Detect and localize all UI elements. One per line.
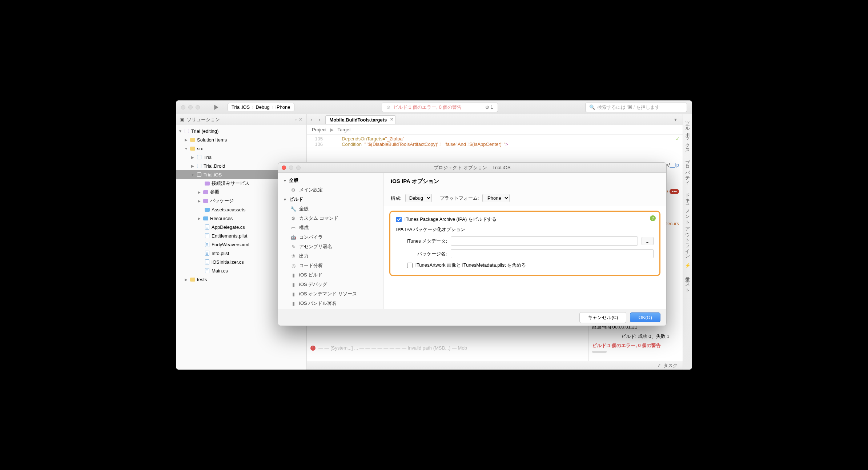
dialog-nav[interactable]: ▼全般 ⚙メイン設定 ▼ビルド 🔧全般 ⚙カスタム コマンド ▭構成 🤖コンパイ… [278, 173, 383, 309]
config-select[interactable]: Debug [405, 194, 432, 202]
browse-button[interactable]: ... [642, 237, 654, 245]
nav-output[interactable]: ⚗出力 [280, 251, 381, 261]
tab-label: Mobile.BuildTools.targets [329, 117, 387, 123]
tree-root[interactable]: ▼Trial (editing) [176, 127, 306, 135]
close-dot[interactable] [181, 105, 185, 109]
config-project: Trial.iOS [232, 104, 250, 110]
package-name-input[interactable] [451, 249, 654, 258]
rside-outline[interactable]: ドキュメント アウトライン [684, 190, 691, 256]
build-status-text: ビルド:1 個のエラー, 0 個の警告 [393, 104, 462, 111]
nav-cat-general[interactable]: ▼全般 [280, 176, 381, 185]
help-icon[interactable]: ? [650, 215, 656, 221]
tab-overflow-icon[interactable]: ▼ [671, 118, 680, 122]
build-output[interactable]: 経過時間 00:00:01.21 ========== ビルド: 成功 0、失敗… [588, 321, 683, 361]
itunes-metadata-label: iTunes メタデータ: [396, 238, 447, 244]
dialog-close-dot[interactable] [282, 166, 286, 170]
output-summary: ========== ビルド: 成功 0、失敗 1 [592, 333, 679, 340]
nav-ios-build[interactable]: ▮iOS ビルド [280, 270, 381, 280]
minimize-dot[interactable] [188, 105, 193, 109]
itunes-metadata-input[interactable] [451, 236, 638, 246]
dialog-heading: iOS IPA オプション [383, 173, 666, 190]
tab-bar: ‹ › Mobile.BuildTools.targets ✕ ▼ [307, 114, 683, 125]
nav-ios-bundle-signing[interactable]: ▮iOS バンドル署名 [280, 299, 381, 308]
sidebar-header: ▣ ソリューション ▫✕ [176, 114, 306, 125]
status-bar: ✓ タスク [307, 361, 683, 370]
ide-window: Trial.iOS › Debug › iPhone ⊘ ビルド:1 個のエラー… [176, 100, 692, 370]
nav-custom-commands[interactable]: ⚙カスタム コマンド [280, 214, 381, 223]
cancel-button[interactable]: キャンセル(C) [579, 312, 626, 323]
window-traffic-lights[interactable] [181, 105, 200, 109]
package-name-label: パッケージ名: [396, 251, 447, 257]
dialog-subheader: 構成: Debug プラットフォーム: iPhone [383, 190, 666, 206]
global-search[interactable]: 🔍 検索するには '⌘.' を押します [585, 103, 687, 112]
build-ipa-checkbox[interactable] [396, 217, 402, 222]
dialog-zoom-dot [296, 166, 301, 170]
project-options-dialog: プロジェクト オプション – Trial.iOS ▼全般 ⚙メイン設定 ▼ビルド… [278, 162, 667, 326]
config-device: iPhone [276, 104, 290, 110]
rside-unittest[interactable]: 単体テスト [684, 274, 691, 290]
breadcrumb-target: Target [337, 127, 350, 132]
nav-compiler[interactable]: 🤖コンパイラ [280, 232, 381, 242]
dialog-title: プロジェクト オプション – Trial.iOS [278, 164, 666, 171]
dialog-min-dot [289, 166, 293, 170]
build-ipa-label: iTunes Package Archive (IPA) をビルドする [405, 216, 497, 223]
svg-marker-0 [214, 105, 218, 110]
status-tasks[interactable]: タスク [663, 362, 678, 369]
sidebar-title: ソリューション [187, 116, 220, 123]
config-mode: Debug [256, 104, 269, 110]
breadcrumb[interactable]: Project ▶ Target [307, 125, 683, 135]
error-count: ⊘ 1 [485, 104, 493, 110]
dialog-footer: キャンセル(C) OK(O) [278, 309, 666, 326]
tree-src[interactable]: ▼src [176, 144, 306, 153]
error-list[interactable]: ! — — [System...] ... — — — — — — — — In… [307, 321, 588, 361]
main-toolbar: Trial.iOS › Debug › iPhone ⊘ ビルド:1 個のエラー… [176, 100, 692, 114]
sidebar-popout-icon[interactable]: ▫ [295, 117, 297, 122]
dialog-titlebar[interactable]: プロジェクト オプション – Trial.iOS [278, 163, 666, 173]
check-icon: ✓ [676, 136, 680, 142]
rside-toolbox[interactable]: ツールボックス [684, 118, 691, 151]
rside-properties[interactable]: プロパティ [684, 156, 691, 184]
nav-configurations[interactable]: ▭構成 [280, 223, 381, 232]
run-config-selector[interactable]: Trial.iOS › Debug › iPhone [228, 103, 294, 111]
output-error: ビルド:1 個のエラー, 0 個の警告 [592, 343, 661, 348]
nav-back-icon[interactable]: ‹ [309, 117, 314, 123]
folder-icon: ▣ [180, 117, 184, 122]
check-icon: ✓ [657, 363, 661, 368]
tree-trial[interactable]: ▶Trial [176, 153, 306, 162]
build-status-display[interactable]: ⊘ ビルド:1 個のエラー, 0 個の警告 ⊘ 1 [382, 103, 498, 112]
right-tool-strip: ツールボックス プロパティ ドキュメント アウトライン ⚡ 単体テスト [683, 114, 692, 370]
nav-code-analysis[interactable]: ◎コード分析 [280, 261, 381, 270]
editor-tab[interactable]: Mobile.BuildTools.targets ✕ [325, 115, 396, 124]
sidebar-close-icon[interactable]: ✕ [299, 117, 303, 122]
dialog-content: iOS IPA オプション 構成: Debug プラットフォーム: iPhone… [383, 173, 666, 309]
nav-cat-build[interactable]: ▼ビルド [280, 195, 381, 204]
config-label: 構成: [391, 195, 402, 202]
run-button[interactable] [212, 103, 220, 111]
ok-button[interactable]: OK(O) [630, 312, 660, 322]
ipa-options-highlight: ? iTunes Package Archive (IPA) をビルドする IP… [389, 211, 660, 276]
output-panel: ! — — [System...] ... — — — — — — — — In… [307, 321, 683, 361]
zoom-dot[interactable] [196, 105, 200, 109]
platform-select[interactable]: iPhone [482, 194, 510, 202]
tab-close-icon[interactable]: ✕ [390, 117, 393, 122]
error-icon: ⊘ [386, 104, 390, 110]
nav-assembly-signing[interactable]: ✎アセンブリ署名 [280, 242, 381, 251]
breadcrumb-project: Project [312, 127, 326, 132]
nav-main-settings[interactable]: ⚙メイン設定 [280, 185, 381, 195]
ipa-section-label: IPA IPA パッケージ化オプション [396, 227, 465, 232]
search-icon: 🔍 [589, 104, 595, 110]
nav-ios-debug[interactable]: ▮iOS デバッグ [280, 280, 381, 289]
nav-build-general[interactable]: 🔧全般 [280, 204, 381, 214]
platform-label: プラットフォーム: [440, 195, 479, 202]
include-artwork-label: iTunesArtwork 画像と iTunesMetadata.plist を… [415, 262, 526, 268]
search-placeholder: 検索するには '⌘.' を押します [597, 104, 660, 111]
include-artwork-checkbox[interactable] [407, 263, 413, 268]
nav-forward-icon[interactable]: › [317, 117, 322, 123]
nav-ios-ondemand[interactable]: ▮iOS オンデマンド リソース [280, 289, 381, 299]
tree-solution-items[interactable]: ▶Solution Items [176, 135, 306, 144]
